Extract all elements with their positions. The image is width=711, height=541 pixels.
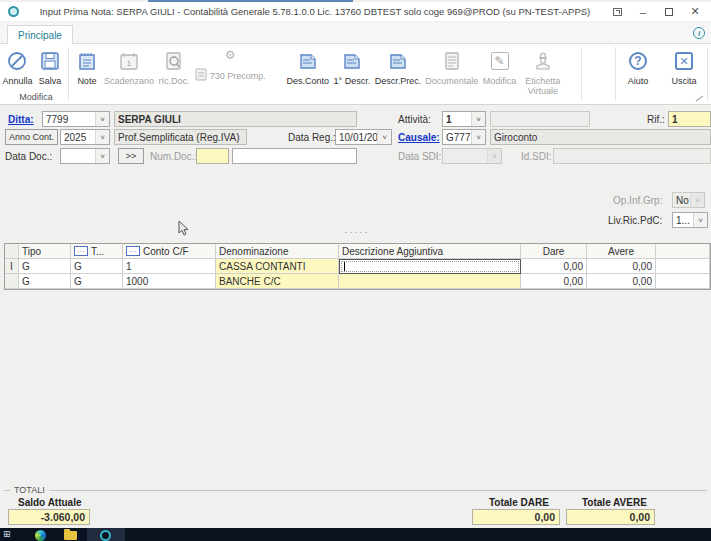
causale-desc-field: Giroconto	[490, 129, 711, 145]
forward-button[interactable]: >>	[118, 148, 144, 164]
col-header-dare[interactable]: Dare	[521, 244, 587, 259]
data-sdi-combo: ˅	[442, 148, 502, 164]
accounting-app-icon[interactable]	[100, 530, 111, 541]
ric-doc-button[interactable]: rIc.Doc.	[156, 47, 192, 87]
cell-tipo[interactable]: G	[19, 259, 71, 274]
totale-avere-label: Totale AVERE	[582, 497, 647, 508]
cell-denominazione[interactable]: BANCHE C/C	[216, 274, 339, 289]
ribbon-separator	[615, 47, 616, 101]
start-button[interactable]: ⊞	[3, 530, 11, 539]
title-bar: Input Prima Nota: SERPA GIULI - Contabil…	[0, 2, 711, 22]
col-header-tipo[interactable]: Tipo	[19, 244, 71, 259]
precomp-730-button[interactable]: ⚙ 730 Precomp.	[192, 47, 268, 82]
taskbar: ⊞	[0, 528, 711, 541]
browser-icon[interactable]	[35, 530, 46, 541]
dropdown-arrow-icon[interactable]: ˅	[377, 130, 391, 144]
op-inf-grp-label: Op.Inf.Grp:	[613, 195, 662, 206]
dropdown-arrow-icon: ˅	[487, 149, 501, 163]
cell-conto[interactable]: 1	[123, 259, 216, 274]
cell-denominazione[interactable]: CASSA CONTANTI	[216, 259, 339, 274]
ditta-name-field: SERPA GIULI	[114, 111, 357, 127]
cell-avere[interactable]: 0,00	[587, 259, 656, 274]
cell-avere[interactable]: 0,00	[587, 274, 656, 289]
dropdown-arrow-icon[interactable]: ˅	[471, 130, 485, 144]
documentale-button[interactable]: Documentale	[423, 47, 480, 87]
totali-group-label: TOTALI	[10, 485, 49, 495]
num-doc-field[interactable]	[196, 148, 229, 164]
calendar-icon: 1	[119, 48, 139, 74]
dropdown-arrow-icon[interactable]: ˅	[693, 213, 707, 227]
dropdown-arrow-icon[interactable]: ˅	[95, 149, 109, 163]
document-icon	[388, 48, 408, 74]
row-selector[interactable]	[5, 274, 19, 289]
cell-descrizione-active[interactable]	[339, 259, 521, 274]
modifica-button[interactable]: ✎ Modifica	[480, 47, 518, 87]
data-doc-label: Data Doc.:	[5, 151, 52, 162]
dropdown-arrow-icon[interactable]: ˅	[95, 112, 109, 126]
des-conto-button[interactable]: Des.Conto	[284, 47, 331, 87]
column-options-icon[interactable]: ···	[74, 246, 88, 256]
info-icon[interactable]: i	[693, 27, 705, 39]
col-header-denominazione[interactable]: Denominazione	[216, 244, 339, 259]
descr-prec-button[interactable]: Descr.Prec.	[373, 47, 424, 87]
help-icon: ?	[629, 52, 647, 70]
primo-descr-button[interactable]: 1° Descr.	[331, 47, 372, 87]
close-button[interactable]: ✕	[689, 6, 701, 18]
etichetta-virtuale-button[interactable]: Etichetta Virtuale	[519, 47, 567, 97]
uscita-button[interactable]: ✕ Uscita	[669, 47, 699, 87]
anno-cont-combo[interactable]: 2025 ˅	[60, 129, 110, 145]
splitter-handle[interactable]: ·····	[340, 227, 374, 237]
folder-icon[interactable]	[64, 531, 77, 540]
minimize-button[interactable]: –	[637, 6, 649, 18]
cancel-icon	[7, 48, 27, 74]
doc-extra-field[interactable]	[232, 148, 357, 164]
text-caret	[344, 262, 345, 272]
col-header-avere[interactable]: Avere	[587, 244, 656, 259]
form-area: Ditta: 7799 ˅ SERPA GIULI Attività: 1 ˅ …	[0, 105, 711, 528]
liv-ric-pdc-combo[interactable]: 1... ˅	[672, 212, 708, 228]
column-options-icon[interactable]: ···	[126, 246, 140, 256]
causale-combo[interactable]: G777 ˅	[442, 129, 486, 145]
cell-dare[interactable]: 0,00	[521, 274, 587, 289]
ribbon-group-label: Modifica	[10, 92, 62, 102]
row-selector[interactable]: I	[5, 259, 19, 274]
ditta-link[interactable]: Ditta:	[8, 114, 34, 125]
cell-tipo[interactable]: G	[19, 274, 71, 289]
active-app-slot[interactable]	[87, 528, 125, 541]
ribbon-separator	[68, 47, 69, 101]
col-header-t2[interactable]: ···T...	[71, 244, 123, 259]
col-header-descrizione[interactable]: Descrizione Aggiuntiva	[339, 244, 521, 259]
col-header-conto[interactable]: ···Conto C/F	[123, 244, 216, 259]
cell-dare[interactable]: 0,00	[521, 259, 587, 274]
prima-nota-grid: Tipo ···T... ···Conto C/F Denominazione …	[4, 243, 711, 290]
scadenzario-button[interactable]: 1 Scadenzario	[102, 47, 156, 87]
cell-t2[interactable]: G	[71, 274, 123, 289]
tab-principale[interactable]: Principale	[7, 25, 73, 44]
app-icon	[8, 6, 19, 17]
ditta-code-combo[interactable]: 7799 ˅	[42, 111, 110, 127]
annulla-button[interactable]: Annulla	[0, 47, 35, 87]
application-window: Input Prima Nota: SERPA GIULI - Contabil…	[0, 0, 711, 541]
tab-strip: Principale i	[0, 22, 711, 44]
dropdown-arrow-icon[interactable]: ˅	[95, 130, 109, 144]
cell-extra	[656, 274, 710, 289]
aiuto-button[interactable]: ? Aiuto	[623, 47, 653, 87]
causale-link[interactable]: Causale:	[398, 132, 440, 143]
salva-button[interactable]: Salva	[35, 47, 65, 87]
pencil-icon: ✎	[491, 52, 509, 70]
data-doc-combo[interactable]: ˅	[60, 148, 110, 164]
num-doc-label: Num.Doc.:	[150, 151, 197, 162]
cell-t2[interactable]: G	[71, 259, 123, 274]
cell-conto[interactable]: 1000	[123, 274, 216, 289]
rif-field[interactable]: 1	[668, 111, 711, 127]
anno-cont-button[interactable]: Anno Cont.	[5, 129, 58, 145]
cell-descrizione[interactable]	[339, 274, 521, 289]
totale-dare-label: Totale DARE	[489, 497, 549, 508]
maximize-button[interactable]	[663, 6, 675, 18]
dropdown-arrow-icon[interactable]: ˅	[471, 112, 485, 126]
data-reg-combo[interactable]: 10/01/2025 ˅	[335, 129, 392, 145]
note-button[interactable]: Note	[72, 47, 102, 87]
mouse-cursor	[178, 220, 190, 237]
float-window-button[interactable]	[611, 6, 623, 18]
attivita-combo[interactable]: 1 ˅	[442, 111, 486, 127]
